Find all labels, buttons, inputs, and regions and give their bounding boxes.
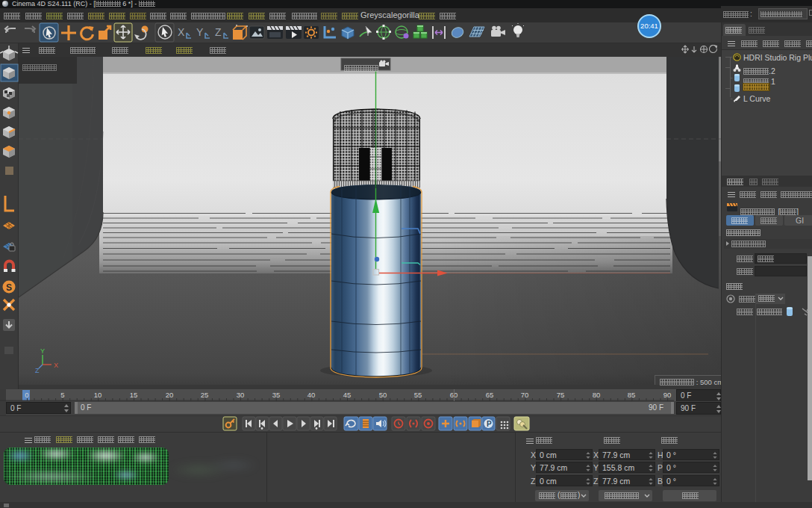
svg-text:P: P (487, 420, 492, 428)
svg-text:S: S (6, 282, 12, 293)
svg-text:Z: Z (35, 367, 40, 374)
svg-text:Z: Z (215, 26, 222, 38)
svg-text:Y: Y (196, 26, 204, 38)
svg-text:X: X (54, 362, 58, 369)
svg-text:Y: Y (40, 347, 45, 355)
svg-text:X: X (178, 26, 185, 38)
